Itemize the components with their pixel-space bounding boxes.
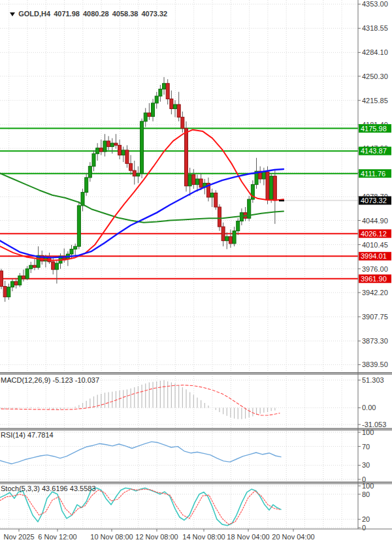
support-price-tag-text: 3961.90	[361, 275, 387, 283]
bull-candle	[174, 104, 177, 108]
chart-background	[0, 0, 392, 544]
bull-candle	[92, 153, 95, 166]
bear-candle	[166, 84, 169, 99]
rsi-indicator-label: RSI(14) 47.7814	[1, 431, 54, 440]
trading-chart-window: 4353.004318.554284.104250.304215.854181.…	[0, 0, 392, 544]
bull-candle	[159, 89, 162, 96]
macd-indicator-label: MACD(12,26,9) -5.123 -10.037	[1, 376, 99, 385]
ohlc-open: 4071.98	[54, 10, 80, 18]
bear-candle	[3, 287, 7, 297]
bear-candle	[218, 207, 221, 227]
bull-candle	[85, 178, 88, 193]
bear-candle	[266, 172, 269, 200]
stoch-axis-label: 0	[362, 524, 366, 532]
bull-candle	[144, 113, 147, 121]
bear-candle	[170, 99, 173, 108]
bull-candle	[7, 287, 10, 297]
bear-candle	[273, 176, 276, 200]
stoch-axis-label: 20	[362, 515, 370, 523]
bear-candle	[129, 163, 133, 170]
price-chart-canvas[interactable]: 4353.004318.554284.104250.304215.854181.…	[0, 0, 392, 544]
stoch-axis-label: 100	[362, 482, 374, 490]
bull-candle	[210, 193, 214, 197]
support-price-tag-text: 4026.12	[361, 230, 387, 238]
bull-candle	[96, 148, 99, 154]
bull-candle	[25, 269, 29, 279]
bull-candle	[233, 231, 236, 244]
ohlc-close: 4073.32	[141, 10, 167, 18]
resistance-price-tag-text: 4175.98	[361, 125, 387, 133]
price-axis-label: 4284.10	[362, 48, 388, 56]
bull-candle	[77, 206, 80, 246]
price-axis-label: 4353.00	[362, 0, 388, 8]
support-price-tag-text: 3994.01	[361, 252, 387, 260]
bull-candle	[122, 150, 125, 155]
bear-candle	[52, 262, 55, 270]
price-axis-label: 3839.50	[362, 360, 388, 368]
bull-candle	[225, 236, 229, 240]
macd-axis-label: 51.303	[362, 376, 384, 384]
bear-candle	[14, 281, 18, 285]
bear-candle	[214, 193, 218, 208]
bull-candle	[137, 173, 140, 176]
chart-title: GOLD,H44071.984080.284058.384073.32	[2, 1, 171, 27]
time-axis-label: 12 Nov 08:00	[135, 533, 178, 541]
macd-axis-label: 0.00	[362, 404, 376, 411]
rsi-axis-label: 30	[362, 461, 370, 469]
price-axis-label: 3907.75	[362, 313, 388, 321]
bear-candle	[192, 175, 195, 185]
bear-candle	[229, 236, 232, 244]
bull-candle	[163, 84, 166, 89]
bear-candle	[33, 265, 36, 267]
time-axis-label: 20 Nov 04:00	[272, 533, 314, 541]
symbol-marker-icon	[10, 12, 15, 16]
bull-candle	[70, 249, 73, 255]
price-axis-label: 3942.20	[362, 289, 388, 296]
time-axis-label: 6 Nov 12:00	[38, 533, 76, 541]
bear-candle	[0, 271, 3, 287]
bear-candle	[125, 150, 129, 163]
bull-candle	[152, 103, 155, 116]
bear-candle	[118, 145, 122, 155]
bear-candle	[148, 113, 151, 116]
bull-candle	[110, 143, 114, 146]
bull-candle	[74, 246, 77, 249]
bull-candle	[88, 167, 91, 178]
bear-candle	[99, 148, 103, 152]
bull-candle	[188, 175, 191, 186]
bull-candle	[262, 172, 265, 179]
panel-splitter-0[interactable]	[0, 373, 392, 376]
bear-candle	[114, 143, 118, 145]
price-axis-label: 3873.30	[362, 337, 388, 345]
stoch-indicator-label: Stoch(5,3,3) 43.6196 43.5583	[1, 485, 96, 493]
panel-splitter-2[interactable]	[0, 482, 392, 485]
price-axis-label: 4318.55	[362, 24, 388, 32]
rsi-axis-label: 100	[362, 428, 374, 436]
bull-candle	[195, 179, 199, 185]
ohlc-low: 4058.38	[112, 10, 139, 18]
bull-candle	[140, 121, 144, 174]
bull-candle	[103, 141, 106, 152]
bull-candle	[270, 176, 273, 200]
resistance-price-tag-text: 4111.76	[361, 170, 385, 178]
price-axis-label: 4215.85	[362, 97, 388, 104]
bull-candle	[18, 276, 22, 285]
bull-candle	[29, 265, 33, 268]
chart-symbol-label: GOLD,H4	[18, 10, 50, 18]
price-axis-label: 4250.30	[362, 72, 388, 80]
current-price-tag-text: 4073.32	[361, 197, 387, 204]
time-axis-label: 18 Nov 04:00	[227, 533, 269, 541]
stoch-axis-label: 80	[362, 490, 370, 498]
time-axis-label: 14 Nov 08:00	[182, 533, 225, 541]
bear-candle	[107, 141, 110, 147]
resistance-price-tag-text: 4143.87	[361, 147, 387, 155]
bear-candle	[133, 170, 136, 176]
bear-candle	[199, 179, 203, 187]
macd-axis-label: -31.053	[362, 421, 386, 428]
price-axis-label: 3976.00	[362, 265, 388, 273]
bull-candle	[55, 263, 58, 270]
panel-splitter-1[interactable]	[0, 428, 392, 431]
time-axis-label: Nov 2025	[3, 533, 34, 541]
price-tags: 4175.984143.874111.764026.123994.013961.…	[359, 124, 391, 283]
price-axis-label: 4010.45	[362, 241, 388, 249]
